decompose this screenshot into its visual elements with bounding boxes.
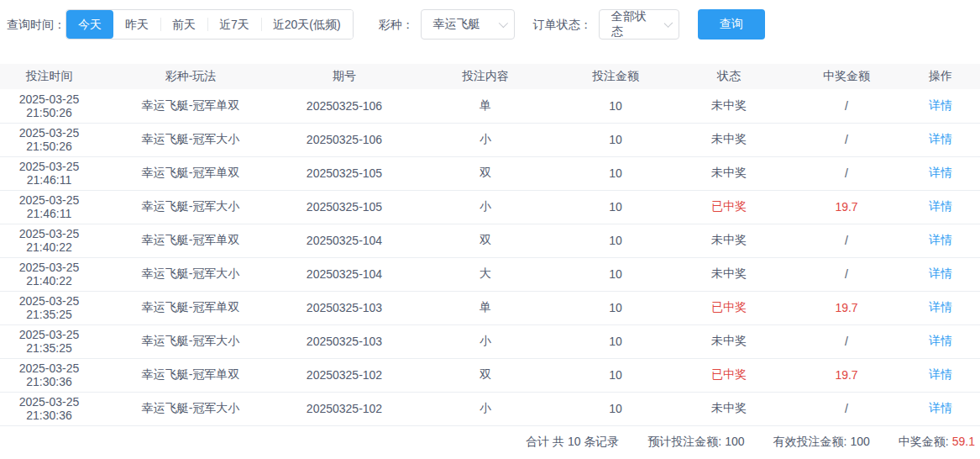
play-cell: 幸运飞艇-冠军单双 <box>98 224 283 257</box>
bet-time-cell: 2025-03-25 21:50:26 <box>0 89 98 123</box>
win-amount-cell: / <box>792 392 901 425</box>
issue-cell: 20250325-106 <box>283 123 406 156</box>
table-row: 2025-03-25 21:30:36 幸运飞艇-冠军单双 20250325-1… <box>0 358 980 392</box>
amount-cell: 10 <box>565 190 666 224</box>
expected-bet-amount-label: 预计投注金额: <box>647 435 721 448</box>
detail-link[interactable]: 详情 <box>929 367 952 381</box>
detail-link[interactable]: 详情 <box>929 300 952 314</box>
time-filter-option-1[interactable]: 昨天 <box>113 10 160 39</box>
win-amount-cell: 19.7 <box>792 291 901 324</box>
col-header-content: 投注内容 <box>406 64 565 89</box>
time-filter-option-4[interactable]: 近20天(低频) <box>261 10 353 39</box>
time-filter-option-3[interactable]: 近7天 <box>207 10 261 39</box>
play-cell: 幸运飞艇-冠军单双 <box>98 291 283 324</box>
col-header-issue: 期号 <box>283 64 406 89</box>
status-select-value: 全部状态 <box>611 9 652 40</box>
content-cell: 小 <box>406 123 565 156</box>
win-amount-cell: / <box>792 156 901 190</box>
play-cell: 幸运飞艇-冠军单双 <box>98 89 283 123</box>
detail-link[interactable]: 详情 <box>929 199 952 213</box>
valid-bet-amount-value: 100 <box>851 435 870 448</box>
status-cell: 已中奖 <box>666 291 792 324</box>
detail-link[interactable]: 详情 <box>929 166 952 179</box>
lottery-filter-label: 彩种： <box>379 9 414 40</box>
bet-time-cell: 2025-03-25 21:40:22 <box>0 257 98 291</box>
issue-cell: 20250325-105 <box>283 156 406 190</box>
amount-cell: 10 <box>565 324 666 358</box>
action-cell: 详情 <box>901 123 980 156</box>
detail-link[interactable]: 详情 <box>929 266 952 280</box>
chevron-down-icon <box>663 18 673 28</box>
action-cell: 详情 <box>901 324 980 358</box>
amount-cell: 10 <box>565 156 666 190</box>
total-win-amount-label: 中奖金额: <box>899 435 949 448</box>
issue-cell: 20250325-104 <box>283 257 406 291</box>
issue-cell: 20250325-103 <box>283 324 406 358</box>
win-amount-cell: / <box>792 257 901 291</box>
win-amount-cell: / <box>792 123 901 156</box>
status-cell: 未中奖 <box>666 156 792 190</box>
amount-cell: 10 <box>565 358 666 392</box>
detail-link[interactable]: 详情 <box>929 233 952 246</box>
issue-cell: 20250325-102 <box>283 358 406 392</box>
amount-cell: 10 <box>565 291 666 324</box>
bet-time-cell: 2025-03-25 21:35:25 <box>0 324 98 358</box>
content-cell: 大 <box>406 257 565 291</box>
table-row: 2025-03-25 21:35:25 幸运飞艇-冠军大小 20250325-1… <box>0 324 980 358</box>
issue-cell: 20250325-104 <box>283 224 406 257</box>
bet-time-cell: 2025-03-25 21:40:22 <box>0 224 98 257</box>
query-button[interactable]: 查询 <box>698 9 765 40</box>
status-cell: 已中奖 <box>666 358 792 392</box>
win-amount-cell: / <box>792 224 901 257</box>
detail-link[interactable]: 详情 <box>929 98 952 112</box>
play-cell: 幸运飞艇-冠军大小 <box>98 324 283 358</box>
bet-time-cell: 2025-03-25 21:30:36 <box>0 392 98 425</box>
table-row: 2025-03-25 21:35:25 幸运飞艇-冠军单双 20250325-1… <box>0 291 980 324</box>
detail-link[interactable]: 详情 <box>929 401 952 414</box>
table-row: 2025-03-25 21:50:26 幸运飞艇-冠军单双 20250325-1… <box>0 89 980 123</box>
status-cell: 已中奖 <box>666 190 792 224</box>
play-cell: 幸运飞艇-冠军大小 <box>98 123 283 156</box>
bet-time-cell: 2025-03-25 21:46:11 <box>0 156 98 190</box>
status-cell: 未中奖 <box>666 324 792 358</box>
col-header-play: 彩种-玩法 <box>98 64 283 89</box>
col-header-win-amount: 中奖金额 <box>792 64 901 89</box>
table-row: 2025-03-25 21:40:22 幸运飞艇-冠军单双 20250325-1… <box>0 224 980 257</box>
win-amount-cell: / <box>792 324 901 358</box>
bet-time-cell: 2025-03-25 21:35:25 <box>0 291 98 324</box>
issue-cell: 20250325-106 <box>283 89 406 123</box>
col-header-bet-time: 投注时间 <box>0 64 98 89</box>
amount-cell: 10 <box>565 89 666 123</box>
content-cell: 小 <box>406 324 565 358</box>
time-filter-group: 今天昨天前天近7天近20天(低频) <box>66 9 354 40</box>
detail-link[interactable]: 详情 <box>929 132 952 145</box>
content-cell: 双 <box>406 156 565 190</box>
col-header-amount: 投注金额 <box>565 64 666 89</box>
status-cell: 未中奖 <box>666 224 792 257</box>
orders-table: 投注时间 彩种-玩法 期号 投注内容 投注金额 状态 中奖金额 操作 2025-… <box>0 64 980 426</box>
table-header-row: 投注时间 彩种-玩法 期号 投注内容 投注金额 状态 中奖金额 操作 <box>0 64 980 89</box>
play-cell: 幸运飞艇-冠军大小 <box>98 257 283 291</box>
status-cell: 未中奖 <box>666 392 792 425</box>
time-filter-option-2[interactable]: 前天 <box>160 10 207 39</box>
summary-bar: 合计 共 10 条记录 预计投注金额:100 有效投注金额:100 中奖金额:5… <box>0 426 980 459</box>
expected-bet-amount-value: 100 <box>725 435 744 448</box>
play-cell: 幸运飞艇-冠军单双 <box>98 358 283 392</box>
status-filter-label: 订单状态： <box>533 9 592 40</box>
issue-cell: 20250325-102 <box>283 392 406 425</box>
win-amount-cell: 19.7 <box>792 358 901 392</box>
status-cell: 未中奖 <box>666 123 792 156</box>
detail-link[interactable]: 详情 <box>929 334 952 347</box>
amount-cell: 10 <box>565 224 666 257</box>
total-win-amount-value: 59.1 <box>952 435 975 448</box>
win-amount-cell: / <box>792 89 901 123</box>
status-select[interactable]: 全部状态 <box>599 9 679 40</box>
lottery-select[interactable]: 幸运飞艇 <box>421 9 515 40</box>
content-cell: 双 <box>406 358 565 392</box>
content-cell: 单 <box>406 291 565 324</box>
issue-cell: 20250325-105 <box>283 190 406 224</box>
win-amount-cell: 19.7 <box>792 190 901 224</box>
table-row: 2025-03-25 21:46:11 幸运飞艇-冠军单双 20250325-1… <box>0 156 980 190</box>
time-filter-option-0[interactable]: 今天 <box>66 10 113 39</box>
table-row: 2025-03-25 21:46:11 幸运飞艇-冠军大小 20250325-1… <box>0 190 980 224</box>
